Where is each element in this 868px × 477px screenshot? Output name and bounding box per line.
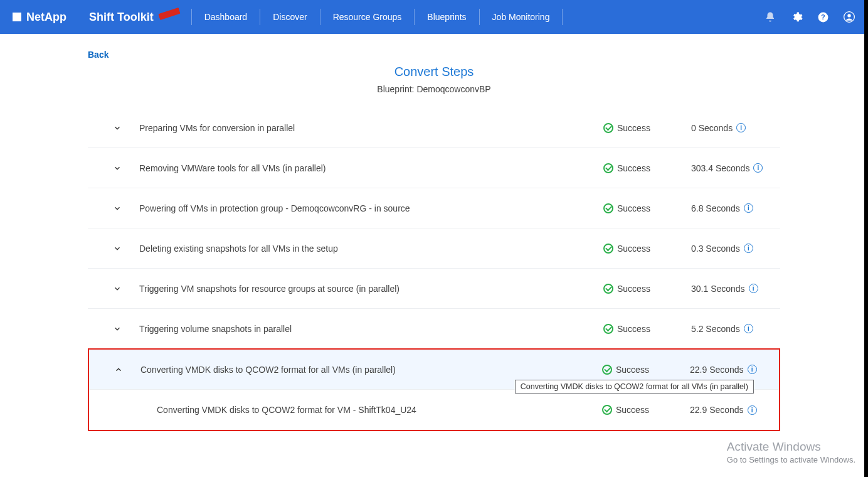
back-link[interactable]: Back (88, 50, 109, 60)
step-status: Success (603, 244, 691, 254)
status-text: Success (617, 324, 650, 334)
step-description: Powering off VMs in protection group - D… (139, 203, 603, 213)
nav-job-monitoring[interactable]: Job Monitoring (479, 9, 563, 25)
brand: NetApp (13, 11, 66, 24)
expand-toggle[interactable] (95, 204, 139, 213)
step-duration: 0.3 Seconds i (691, 244, 773, 254)
info-icon[interactable]: i (748, 365, 757, 374)
step-sub-row: Converting VMDK disks to QCOW2 format fo… (89, 390, 779, 430)
step-description: Removing VMWare tools for all VMs (in pa… (139, 163, 603, 173)
preview-badge-icon (157, 5, 181, 23)
info-icon[interactable]: i (749, 284, 758, 293)
tooltip: Converting VMDK disks to QCOW2 format fo… (515, 380, 754, 394)
status-text: Success (617, 244, 650, 254)
expand-toggle[interactable] (95, 324, 139, 333)
step-description: Triggering VM snapshots for resource gro… (139, 284, 603, 294)
top-bar: NetApp Shift Toolkit Dashboard Discover … (0, 0, 868, 34)
duration-text: 5.2 Seconds (691, 324, 740, 334)
step-row: Preparing VMs for conversion in parallel… (88, 108, 780, 148)
step-duration: 22.9 Seconds i (690, 365, 771, 375)
brand-name: NetApp (26, 11, 66, 24)
blueprint-label: Blueprint: (377, 84, 414, 94)
help-icon[interactable]: ? (817, 11, 829, 23)
step-status: Success (603, 203, 691, 213)
step-row: Removing VMWare tools for all VMs (in pa… (88, 148, 780, 188)
step-status: Success (603, 284, 691, 294)
status-text: Success (616, 365, 649, 375)
svg-text:?: ? (821, 13, 825, 21)
blueprint-name: DemoqcowconvBP (416, 84, 490, 94)
step-duration: 0 Seconds i (691, 123, 773, 133)
nav-blueprints[interactable]: Blueprints (414, 9, 479, 25)
topbar-icons: ? (764, 11, 855, 23)
duration-text: 6.8 Seconds (691, 203, 740, 213)
chevron-down-icon (113, 324, 122, 333)
success-icon (602, 405, 612, 415)
highlighted-step-group: Converting VMDK disks to QCOW2 format fo… (88, 348, 780, 431)
expand-toggle[interactable] (95, 244, 139, 253)
chevron-down-icon (113, 284, 122, 293)
info-icon[interactable]: i (744, 324, 753, 333)
svg-point-4 (847, 14, 850, 17)
step-description: Triggering volume snapshots in parallel (139, 324, 603, 334)
nav-discover[interactable]: Discover (260, 9, 319, 25)
step-status: Success (603, 163, 691, 173)
status-text: Success (617, 123, 650, 133)
info-icon[interactable]: i (744, 203, 753, 213)
page-title: Convert Steps (88, 65, 780, 79)
chevron-up-icon (114, 365, 123, 374)
duration-text: 22.9 Seconds (690, 405, 744, 415)
bell-icon[interactable] (764, 11, 776, 23)
brand-logo-icon (13, 13, 21, 21)
step-description: Preparing VMs for conversion in parallel (139, 123, 603, 133)
gear-icon[interactable] (790, 11, 803, 23)
step-row: Triggering volume snapshots in parallel … (88, 309, 780, 349)
step-row: Triggering VM snapshots for resource gro… (88, 269, 780, 309)
success-icon (603, 324, 613, 334)
main-nav: Dashboard Discover Resource Groups Bluep… (191, 0, 563, 34)
nav-dashboard[interactable]: Dashboard (191, 9, 260, 25)
duration-text: 0.3 Seconds (691, 244, 740, 254)
step-row: Deleting existing snapshots for all VMs … (88, 228, 780, 269)
info-icon[interactable]: i (748, 405, 757, 415)
content-area: Back Convert Steps Blueprint: Demoqcowco… (0, 34, 868, 456)
svg-rect-0 (158, 8, 180, 20)
duration-text: 30.1 Seconds (691, 284, 745, 294)
expand-toggle[interactable] (95, 284, 139, 293)
expand-toggle[interactable] (95, 164, 139, 173)
chevron-down-icon (113, 244, 122, 253)
step-duration: 303.4 Seconds i (691, 163, 773, 173)
chevron-down-icon (113, 124, 122, 132)
status-text: Success (616, 405, 649, 415)
step-status: Success (603, 123, 691, 133)
right-edge-bar (864, 0, 868, 456)
step-description: Converting VMDK disks to QCOW2 format fo… (140, 405, 602, 415)
status-text: Success (617, 284, 650, 294)
user-icon[interactable] (843, 11, 855, 23)
success-icon (603, 203, 613, 213)
step-duration: 30.1 Seconds i (691, 284, 773, 294)
step-duration: 6.8 Seconds i (691, 203, 773, 213)
success-icon (603, 123, 613, 133)
step-description: Deleting existing snapshots for all VMs … (139, 244, 603, 254)
step-status: Success (603, 324, 691, 334)
info-icon[interactable]: i (753, 163, 763, 173)
status-text: Success (617, 163, 650, 173)
duration-text: 22.9 Seconds (690, 365, 744, 375)
duration-text: 0 Seconds (691, 123, 733, 133)
chevron-down-icon (113, 164, 122, 173)
status-text: Success (617, 203, 650, 213)
info-icon[interactable]: i (744, 244, 753, 253)
success-icon (603, 244, 613, 254)
nav-resource-groups[interactable]: Resource Groups (320, 9, 415, 25)
step-row-expanded: Converting VMDK disks to QCOW2 format fo… (89, 350, 779, 390)
step-duration: 5.2 Seconds i (691, 324, 773, 334)
expand-toggle[interactable] (95, 124, 139, 132)
collapse-toggle[interactable] (97, 365, 140, 374)
success-icon (603, 163, 613, 173)
blueprint-subtitle: Blueprint: DemoqcowconvBP (88, 84, 780, 94)
step-status: Success (602, 405, 690, 415)
chevron-down-icon (113, 204, 122, 213)
step-row: Powering off VMs in protection group - D… (88, 188, 780, 228)
info-icon[interactable]: i (736, 123, 746, 132)
